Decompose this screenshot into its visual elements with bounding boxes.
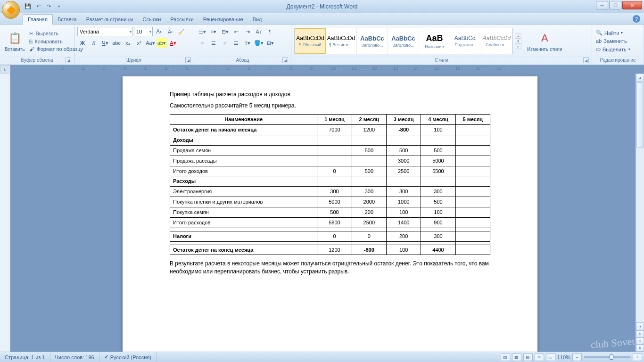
vertical-ruler[interactable] xyxy=(0,74,10,352)
clear-formatting-button[interactable]: 🧹 xyxy=(176,27,187,36)
borders-button[interactable]: ⊞▾ xyxy=(265,38,275,48)
justify-button[interactable]: ☰ xyxy=(231,38,241,48)
line-spacing-button[interactable]: ‡▾ xyxy=(242,38,253,48)
font-size-combo[interactable]: 10 xyxy=(134,27,153,36)
close-button[interactable]: ✕ xyxy=(622,1,642,9)
align-center-button[interactable]: ☰ xyxy=(208,38,219,48)
align-left-button[interactable]: ≡ xyxy=(197,38,207,48)
row-value-cell xyxy=(386,241,421,245)
style-item[interactable]: AaBbCcЗаголово... xyxy=(388,28,419,54)
shading-button[interactable]: 🪣▾ xyxy=(254,38,264,48)
clipboard-dialog-launcher[interactable]: ◢ xyxy=(66,58,71,63)
status-words[interactable]: Число слов: 196 xyxy=(50,352,99,362)
font-dialog-launcher[interactable]: ◢ xyxy=(185,58,191,63)
shrink-font-button[interactable]: A▾ xyxy=(165,27,175,36)
row-value-cell: 5000 xyxy=(317,197,352,207)
scroll-up-button[interactable]: ▴ xyxy=(636,74,644,82)
select-button[interactable]: ▭Выделить▾ xyxy=(595,46,631,53)
numbering-button[interactable]: ≡▾ xyxy=(208,27,219,36)
gallery-more-button[interactable]: ⬦ xyxy=(515,44,521,49)
tab-view[interactable]: Вид xyxy=(248,15,267,24)
prev-page-button[interactable]: ⇑ xyxy=(636,330,644,337)
show-marks-button[interactable]: ¶ xyxy=(265,27,275,36)
change-styles-icon: A xyxy=(537,31,552,46)
multilevel-button[interactable]: ⊟▾ xyxy=(220,27,230,36)
subscript-button[interactable]: x₂ xyxy=(123,38,133,48)
zoom-level[interactable]: 110% xyxy=(557,354,570,360)
row-value-cell xyxy=(421,135,455,146)
styles-dialog-launcher[interactable]: ◢ xyxy=(583,58,589,63)
font-color-button[interactable]: A▾ xyxy=(168,38,178,48)
style-item[interactable]: AaBbCcDdСлабое в... xyxy=(481,28,512,54)
style-item[interactable]: AaBbCcDd¶ Без инте... xyxy=(326,28,357,54)
scroll-thumb[interactable] xyxy=(636,82,644,148)
save-icon[interactable]: 💾 xyxy=(24,2,32,11)
copy-icon: ⎘ xyxy=(29,39,33,44)
view-reading-button[interactable]: ▦ xyxy=(512,354,521,361)
scroll-down-button[interactable]: ▾ xyxy=(636,322,644,330)
bold-button[interactable]: Ж xyxy=(77,38,88,48)
grow-font-button[interactable]: A▴ xyxy=(154,27,164,36)
maximize-button[interactable]: ☐ xyxy=(609,1,621,9)
strikethrough-button[interactable]: abc xyxy=(111,38,122,48)
zoom-slider-thumb[interactable] xyxy=(610,354,613,360)
status-language[interactable]: ✔Русский (Россия) xyxy=(99,352,157,362)
row-value-cell xyxy=(455,156,490,166)
change-case-button[interactable]: Aa▾ xyxy=(145,38,156,48)
highlight-button[interactable]: ab▾ xyxy=(157,38,167,48)
find-button[interactable]: 🔍Найти▾ xyxy=(595,29,631,36)
undo-icon[interactable]: ↶ xyxy=(34,2,42,11)
paste-button[interactable]: 📋 Вставить xyxy=(3,30,26,53)
row-value-cell: 0 xyxy=(317,231,352,241)
page[interactable]: Пример таблицы расчета расходов и доходо… xyxy=(123,76,537,352)
gallery-up-button[interactable]: ▴ xyxy=(515,33,521,39)
view-print-layout-button[interactable]: ▤ xyxy=(501,354,510,361)
zoom-in-button[interactable]: + xyxy=(633,354,642,361)
row-value-cell xyxy=(455,207,490,217)
redo-icon[interactable]: ↷ xyxy=(44,2,53,11)
superscript-button[interactable]: x² xyxy=(134,38,144,48)
bullets-button[interactable]: ☰▾ xyxy=(197,27,207,36)
view-draft-button[interactable]: ▭ xyxy=(546,354,555,361)
style-item[interactable]: AaBbCcDd¶ Обычный xyxy=(295,28,326,54)
budget-table: Наименование1 месяц2 месяц3 месяц4 месяц… xyxy=(170,114,490,255)
decrease-indent-button[interactable]: ⇤ xyxy=(231,27,241,36)
underline-button[interactable]: Ч▾ xyxy=(100,38,110,48)
browse-object-button[interactable]: ○ xyxy=(636,337,644,345)
office-button[interactable]: 🔶 xyxy=(2,1,20,19)
qat-more-icon[interactable]: ▾ xyxy=(55,2,63,11)
row-name-cell: Итого доходов xyxy=(170,166,317,176)
replace-button[interactable]: abЗаменить xyxy=(595,38,631,44)
ruler-corner[interactable]: L xyxy=(0,65,10,74)
sort-button[interactable]: A↓ xyxy=(254,27,264,36)
italic-button[interactable]: К xyxy=(89,38,99,48)
status-page[interactable]: Страница: 1 из 1 xyxy=(0,352,50,362)
status-bar: Страница: 1 из 1 Число слов: 196 ✔Русски… xyxy=(0,352,644,362)
paragraph-dialog-launcher[interactable]: ◢ xyxy=(282,58,288,63)
tab-layout[interactable]: Разметка страницы xyxy=(82,15,138,24)
tab-mailings[interactable]: Рассылки xyxy=(165,15,198,24)
help-icon[interactable]: ? xyxy=(633,15,640,23)
row-value-cell xyxy=(386,228,421,231)
view-outline-button[interactable]: ≡ xyxy=(535,354,544,361)
increase-indent-button[interactable]: ⇥ xyxy=(242,27,253,36)
align-right-button[interactable]: ≡ xyxy=(220,38,230,48)
next-page-button[interactable]: ⇓ xyxy=(636,345,644,352)
style-item[interactable]: AaBbCc.Подзагол... xyxy=(450,28,481,54)
view-web-button[interactable]: ▧ xyxy=(523,354,533,361)
tab-home[interactable]: Главная xyxy=(23,14,53,25)
zoom-slider[interactable] xyxy=(584,356,631,358)
font-family-combo[interactable]: Verdana xyxy=(77,27,133,36)
row-value-cell xyxy=(352,228,386,231)
style-item[interactable]: AaBbCcЗаголово... xyxy=(357,28,388,54)
minimize-button[interactable]: ─ xyxy=(596,1,608,9)
tab-insert[interactable]: Вставка xyxy=(53,15,82,24)
style-item[interactable]: АаВНазвание xyxy=(419,28,450,54)
gallery-down-button[interactable]: ▾ xyxy=(515,39,521,44)
zoom-out-button[interactable]: − xyxy=(572,354,582,361)
change-styles-button[interactable]: A Изменить стили xyxy=(525,30,564,53)
tab-references[interactable]: Ссылки xyxy=(138,15,166,24)
table-header: 4 месяц xyxy=(421,115,455,125)
group-editing: 🔍Найти▾ abЗаменить ▭Выделить▾ Редактиров… xyxy=(592,25,644,65)
tab-review[interactable]: Рецензирование xyxy=(198,15,248,24)
